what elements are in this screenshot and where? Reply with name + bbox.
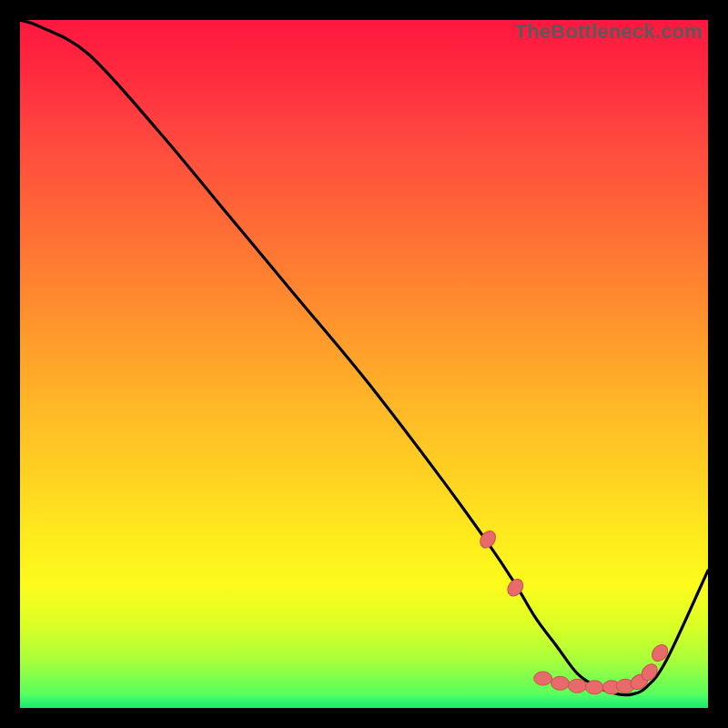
marker-point: [585, 681, 603, 694]
chart-frame: TheBottleneck.com: [0, 0, 728, 728]
marker-point: [551, 676, 570, 690]
curve-layer: [20, 20, 708, 708]
plot-area: TheBottleneck.com: [20, 20, 708, 708]
marker-point: [534, 672, 552, 685]
marker-point: [568, 679, 586, 693]
bottleneck-curve: [20, 20, 708, 695]
